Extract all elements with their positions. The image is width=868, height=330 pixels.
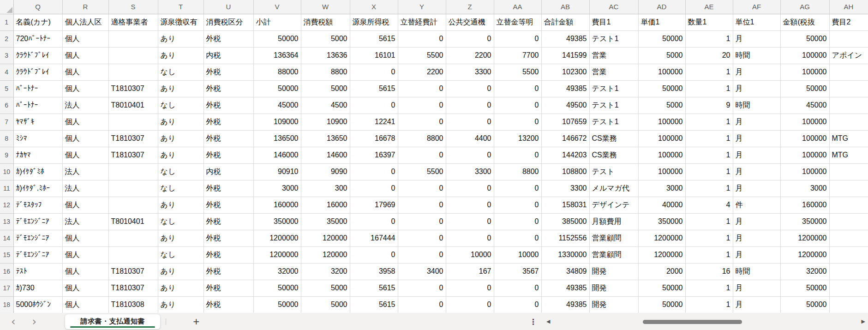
cell-U1[interactable]: 消費税区分 (204, 14, 253, 30)
cell-Q9[interactable]: ﾅｶﾔﾏ (13, 147, 62, 163)
row-header-16[interactable]: 16 (0, 263, 13, 280)
cell-S9[interactable]: T1810307 (108, 147, 158, 163)
cell-Y2[interactable]: 0 (398, 30, 446, 47)
cell-AB16[interactable]: 34809 (541, 263, 589, 280)
cell-U2[interactable]: 外税 (204, 30, 253, 47)
cell-AA6[interactable]: 0 (494, 97, 541, 114)
cell-AG3[interactable]: 100000 (780, 47, 829, 64)
cell-Q7[interactable]: ﾔﾏｻﾞｷ (13, 114, 62, 130)
cell-Y11[interactable]: 0 (398, 180, 446, 197)
cell-S7[interactable] (108, 114, 158, 130)
cell-AE1[interactable]: 数量1 (685, 14, 733, 30)
cell-AH16[interactable] (829, 263, 868, 280)
more-options-icon[interactable]: ⋮ (523, 317, 544, 326)
column-header-S[interactable]: S (108, 0, 158, 14)
cell-AC12[interactable]: デザインテ (589, 197, 638, 213)
cell-AA10[interactable]: 8800 (494, 163, 541, 180)
cell-AC5[interactable]: テスト1 (589, 80, 638, 97)
cell-Y16[interactable]: 3400 (398, 263, 446, 280)
cell-Y10[interactable]: 5500 (398, 163, 446, 180)
cell-V11[interactable]: 3000 (253, 180, 301, 197)
cell-AB10[interactable]: 108800 (541, 163, 589, 180)
column-header-AE[interactable]: AE (685, 0, 733, 14)
column-header-R[interactable]: R (62, 0, 108, 14)
cell-T15[interactable]: なし (158, 246, 204, 263)
cell-X13[interactable]: 0 (350, 213, 398, 230)
column-header-AC[interactable]: AC (589, 0, 638, 14)
scrollbar-track[interactable] (556, 319, 856, 324)
cell-AB17[interactable]: 49385 (541, 280, 589, 296)
cell-AF17[interactable]: 月 (733, 280, 780, 296)
cell-AC9[interactable]: CS業務 (589, 147, 638, 163)
cell-AA3[interactable]: 7700 (494, 47, 541, 64)
cell-Z16[interactable]: 167 (446, 263, 494, 280)
column-header-AF[interactable]: AF (733, 0, 780, 14)
cell-AD16[interactable]: 2000 (638, 263, 685, 280)
cell-AA13[interactable]: 0 (494, 213, 541, 230)
cell-Q5[interactable]: ﾊﾟｰﾄﾅｰ (13, 80, 62, 97)
cell-W16[interactable]: 3200 (301, 263, 350, 280)
cell-S3[interactable] (108, 47, 158, 64)
cell-U11[interactable]: 外税 (204, 180, 253, 197)
cell-T17[interactable]: あり (158, 280, 204, 296)
cell-Y7[interactable]: 0 (398, 114, 446, 130)
cell-Z5[interactable]: 0 (446, 80, 494, 97)
cell-U7[interactable]: 外税 (204, 114, 253, 130)
column-header-T[interactable]: T (158, 0, 204, 14)
cell-AB6[interactable]: 49500 (541, 97, 589, 114)
cell-AC17[interactable]: 開発 (589, 280, 638, 296)
cell-AB8[interactable]: 146672 (541, 130, 589, 147)
cell-Q3[interactable]: ｸﾗｳﾄﾞﾌﾟﾚｲ (13, 47, 62, 64)
cell-T6[interactable]: なし (158, 97, 204, 114)
cell-X8[interactable]: 16678 (350, 130, 398, 147)
cell-AC1[interactable]: 費目1 (589, 14, 638, 30)
cell-S11[interactable] (108, 180, 158, 197)
cell-AH11[interactable] (829, 180, 868, 197)
cell-V7[interactable]: 109000 (253, 114, 301, 130)
cell-Q14[interactable]: ﾃﾞﾓｴﾝｼﾞﾆｱ (13, 230, 62, 246)
cell-R1[interactable]: 個人法人区 (62, 14, 108, 30)
cell-AG14[interactable]: 1200000 (780, 230, 829, 246)
cell-AE18[interactable]: 1 (685, 296, 733, 313)
cell-AD10[interactable]: 100000 (638, 163, 685, 180)
cell-Y18[interactable]: 0 (398, 296, 446, 313)
column-header-AA[interactable]: AA (494, 0, 541, 14)
cell-T8[interactable]: あり (158, 130, 204, 147)
cell-V15[interactable]: 1200000 (253, 246, 301, 263)
scrollbar-thumb[interactable] (643, 320, 742, 324)
cell-AC6[interactable]: テスト1 (589, 97, 638, 114)
cell-AH12[interactable] (829, 197, 868, 213)
cell-S1[interactable]: 適格事業者 (108, 14, 158, 30)
column-header-AG[interactable]: AG (780, 0, 829, 14)
cell-R4[interactable]: 個人 (62, 64, 108, 80)
cell-V18[interactable]: 50000 (253, 296, 301, 313)
cell-W11[interactable]: 300 (301, 180, 350, 197)
cell-Y17[interactable]: 0 (398, 280, 446, 296)
cell-Z10[interactable]: 3300 (446, 163, 494, 180)
cell-AF18[interactable]: 月 (733, 296, 780, 313)
cell-AH3[interactable]: アポイン (829, 47, 868, 64)
cell-R17[interactable]: 個人 (62, 280, 108, 296)
cell-AC8[interactable]: CS業務 (589, 130, 638, 147)
cell-U12[interactable]: 外税 (204, 197, 253, 213)
cell-W8[interactable]: 13650 (301, 130, 350, 147)
cell-Q16[interactable]: ﾃｽﾄ (13, 263, 62, 280)
row-header-7[interactable]: 7 (0, 114, 13, 130)
cell-AH14[interactable] (829, 230, 868, 246)
cell-AH4[interactable] (829, 64, 868, 80)
cell-U6[interactable]: 外税 (204, 97, 253, 114)
cell-T11[interactable]: なし (158, 180, 204, 197)
cell-AC16[interactable]: 開発 (589, 263, 638, 280)
cell-AG10[interactable]: 100000 (780, 163, 829, 180)
cell-AE2[interactable]: 1 (685, 30, 733, 47)
cell-V13[interactable]: 350000 (253, 213, 301, 230)
cell-AE12[interactable]: 4 (685, 197, 733, 213)
column-header-AB[interactable]: AB (541, 0, 589, 14)
cell-Z1[interactable]: 公共交通機 (446, 14, 494, 30)
cell-U16[interactable]: 外税 (204, 263, 253, 280)
cell-AE13[interactable]: 1 (685, 213, 733, 230)
cell-AE15[interactable]: 1 (685, 246, 733, 263)
cell-X5[interactable]: 5615 (350, 80, 398, 97)
cell-Y1[interactable]: 立替経費計 (398, 14, 446, 30)
cell-AH2[interactable] (829, 30, 868, 47)
